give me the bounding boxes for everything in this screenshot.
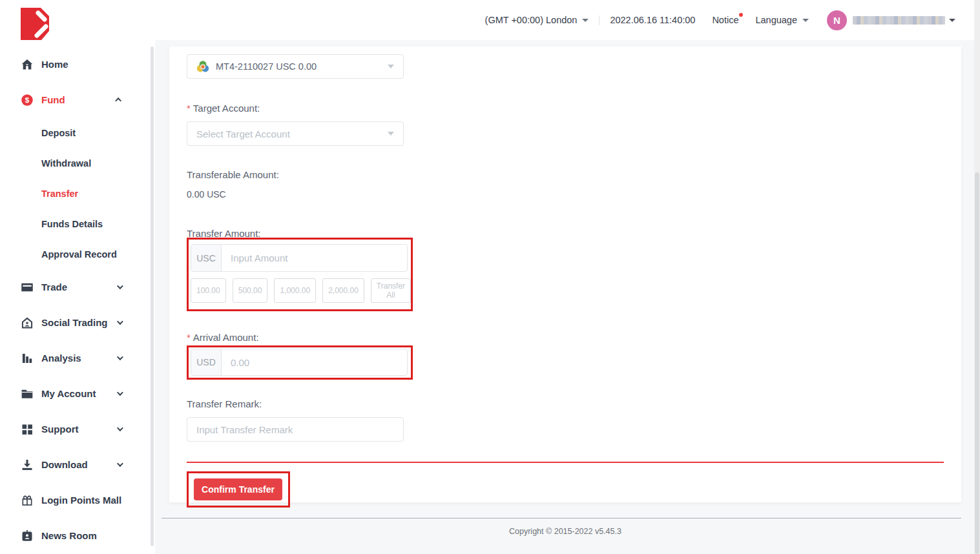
social-trading-icon	[21, 316, 34, 329]
sidebar-item-label: Transfer	[41, 189, 78, 199]
annotation-box-confirm: Confirm Transfer	[187, 471, 290, 508]
sidebar-item-label: Support	[41, 424, 79, 435]
transfer-currency-prefix: USC	[191, 245, 222, 271]
sidebar-item-label: Fund	[41, 94, 65, 105]
chevron-down-icon	[388, 132, 394, 136]
chevron-down-icon	[117, 318, 123, 325]
folder-icon	[21, 387, 34, 400]
sidebar-item-deposit[interactable]: Deposit	[0, 118, 150, 148]
sidebar-item-analysis[interactable]: Analysis	[0, 340, 150, 376]
home-icon	[21, 58, 34, 71]
notice-link[interactable]: Notice	[712, 15, 738, 25]
quick-amount-row: 100.00 500.00 1,000.00 2,000.00 Transfer…	[191, 278, 408, 303]
user-name-redacted	[853, 16, 945, 25]
sidebar-item-label: Funds Details	[41, 219, 103, 229]
sidebar-item-label: Withdrawal	[41, 158, 91, 169]
sidebar-item-social-trading[interactable]: Social Trading	[0, 305, 150, 340]
avatar[interactable]: N	[827, 10, 847, 30]
transfer-remark-input[interactable]	[187, 417, 404, 442]
sidebar-nav: Home $ Fund Deposit Withdrawal Transfer …	[0, 46, 150, 553]
quick-amount-button-500[interactable]: 500.00	[233, 278, 268, 303]
notice-label: Notice	[712, 15, 738, 25]
language-label: Language	[755, 15, 797, 25]
avatar-letter: N	[833, 15, 840, 26]
chevron-down-icon	[117, 389, 123, 396]
form-divider	[187, 462, 944, 463]
sidebar-item-label: Analysis	[41, 353, 81, 364]
user-menu[interactable]	[853, 16, 955, 25]
chevron-up-icon	[115, 97, 121, 104]
notice-badge-dot	[739, 13, 743, 17]
transfer-remark-label: Transfer Remark:	[187, 398, 944, 409]
trade-icon	[21, 281, 34, 294]
sidebar-item-my-account[interactable]: My Account	[0, 376, 150, 411]
chevron-down-icon	[949, 19, 955, 22]
download-icon	[21, 458, 34, 471]
sidebar-item-label: Deposit	[41, 128, 76, 138]
source-account-select[interactable]: MT4-2110027 USC 0.00	[187, 54, 404, 79]
sidebar-item-home[interactable]: Home	[0, 46, 150, 82]
sidebar-item-download[interactable]: Download	[0, 447, 150, 482]
chevron-down-icon	[117, 460, 123, 467]
quick-amount-button-2000[interactable]: 2,000.00	[322, 278, 364, 303]
sidebar-scrollbar[interactable]	[151, 46, 154, 546]
transfer-all-button[interactable]: Transfer All	[371, 278, 411, 303]
footer-divider	[162, 518, 961, 518]
quick-amount-button-100[interactable]: 100.00	[191, 278, 226, 303]
sidebar: Home $ Fund Deposit Withdrawal Transfer …	[0, 0, 155, 554]
server-datetime: 2022.06.16 11:40:00	[610, 15, 695, 25]
news-room-icon	[21, 529, 34, 542]
arrival-amount-input-group: USD	[191, 349, 408, 376]
required-marker: *	[187, 103, 191, 114]
analysis-icon	[21, 352, 34, 365]
sidebar-item-support[interactable]: Support	[0, 411, 150, 447]
sidebar-item-news-room[interactable]: News Room	[0, 518, 150, 553]
sidebar-item-login-points-mall[interactable]: Login Points Mall	[0, 482, 150, 518]
quick-amount-button-1000[interactable]: 1,000.00	[274, 278, 316, 303]
sidebar-item-label: Approval Record	[41, 249, 117, 260]
brand-logo[interactable]	[21, 8, 49, 40]
confirm-transfer-button[interactable]: Confirm Transfer	[194, 478, 282, 500]
transfer-amount-input-group: USC	[191, 244, 408, 272]
sidebar-item-funds-details[interactable]: Funds Details	[0, 209, 150, 239]
sidebar-item-trade[interactable]: Trade	[0, 269, 150, 305]
sidebar-item-label: Trade	[41, 282, 67, 292]
sidebar-item-withdrawal[interactable]: Withdrawal	[0, 148, 150, 178]
language-select[interactable]: Language	[755, 15, 809, 25]
chevron-down-icon	[117, 425, 123, 431]
gift-icon	[21, 494, 34, 507]
header-divider	[599, 15, 599, 25]
page-scrollbar-thumb[interactable]	[975, 172, 979, 554]
sidebar-item-label: News Room	[41, 530, 97, 541]
sidebar-item-label: My Account	[41, 388, 96, 399]
copyright-text: Copyright © 2015-2022 v5.45.3	[169, 527, 961, 536]
sidebar-item-label: Home	[41, 59, 68, 70]
arrival-amount-input[interactable]	[222, 349, 407, 375]
required-marker: *	[187, 332, 191, 343]
svg-text:$: $	[25, 96, 30, 104]
support-grid-icon	[21, 423, 34, 436]
chevron-down-icon	[582, 19, 589, 22]
arrival-amount-label: *Arrival Amount:	[187, 332, 944, 343]
target-account-select[interactable]: Select Target Account	[187, 121, 404, 146]
top-header: (GMT +00:00) London 2022.06.16 11:40:00 …	[155, 0, 980, 40]
chevron-down-icon	[117, 354, 123, 360]
brand-logo-icon	[21, 8, 49, 40]
mt4-platform-icon	[196, 60, 209, 73]
transferable-amount-label: Transferable Amount:	[187, 169, 944, 180]
sidebar-item-label: Login Points Mall	[41, 495, 121, 506]
transfer-form-panel: MT4-2110027 USC 0.00 *Target Account: Se…	[169, 46, 961, 502]
chevron-down-icon	[117, 283, 123, 289]
transfer-amount-input[interactable]	[222, 245, 407, 271]
sidebar-item-approval-record[interactable]: Approval Record	[0, 239, 150, 269]
annotation-box-arrival-amount: USD	[187, 345, 413, 380]
sidebar-item-label: Download	[41, 459, 88, 470]
source-account-value: MT4-2110027 USC 0.00	[216, 61, 317, 72]
sidebar-item-fund[interactable]: $ Fund	[0, 82, 150, 118]
timezone-select[interactable]: (GMT +00:00) London	[485, 15, 589, 25]
arrival-currency-prefix: USD	[191, 349, 222, 375]
fund-icon: $	[21, 94, 34, 107]
sidebar-item-transfer[interactable]: Transfer	[0, 178, 150, 209]
annotation-box-transfer-amount: USC 100.00 500.00 1,000.00 2,000.00 Tran…	[187, 238, 413, 311]
sidebar-item-label: Social Trading	[41, 317, 108, 328]
